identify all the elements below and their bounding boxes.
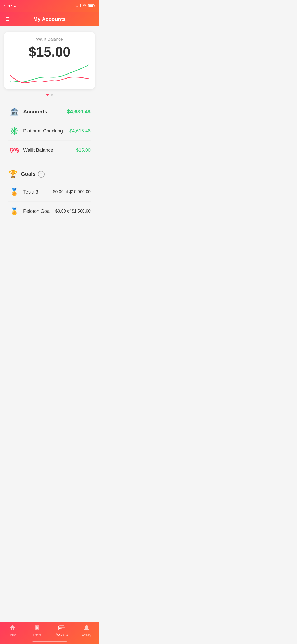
dot-1[interactable] xyxy=(46,94,49,96)
bank-icon: 🏦 xyxy=(8,106,20,117)
svg-rect-2 xyxy=(89,5,93,7)
status-left: 3:07 ▲ xyxy=(4,4,16,8)
status-right xyxy=(76,4,95,7)
snowflake-icon xyxy=(8,125,20,137)
location-icon: ▲ xyxy=(13,4,16,8)
dot-2[interactable] xyxy=(51,94,53,96)
accounts-section-label: Accounts xyxy=(23,109,67,115)
accounts-total-value: $4,630.48 xyxy=(67,109,91,115)
peloton-goal-value: $0.00 of $1,500.00 xyxy=(55,209,91,214)
peloton-medal-icon: 🏅 xyxy=(8,205,20,217)
balance-card-label: Wallit Balance xyxy=(10,37,89,42)
wallit-balance-row[interactable]: Wallit Balance $15.00 xyxy=(4,141,95,160)
add-goal-button[interactable]: + xyxy=(38,171,45,178)
accounts-section: 🏦 Accounts $4,630.48 xyxy=(4,98,95,160)
trophy-icon: 🏆 xyxy=(8,170,18,178)
goals-header-row: 🏆 Goals + xyxy=(4,166,95,182)
tesla-medal-icon: 🏅 xyxy=(8,186,20,198)
tesla-goal-value: $0.00 of $10,000.00 xyxy=(53,190,91,194)
tesla-goal-row[interactable]: 🏅 Tesla 3 $0.00 of $10,000.00 xyxy=(4,182,95,201)
platinum-checking-value: $4,615.48 xyxy=(69,128,91,134)
svg-rect-1 xyxy=(94,5,95,7)
wallit-balance-label: Wallit Balance xyxy=(23,148,76,153)
signal-icon xyxy=(76,4,81,7)
platinum-checking-label: Platinum Checking xyxy=(23,128,69,134)
carousel-dots xyxy=(4,94,95,96)
battery-icon xyxy=(88,4,95,7)
goals-section-label: Goals xyxy=(21,171,36,177)
bottom-spacer xyxy=(4,221,95,247)
app-header: ☰ My Accounts + xyxy=(0,12,99,26)
platinum-checking-row[interactable]: Platinum Checking $4,615.48 xyxy=(4,121,95,140)
accounts-header-row[interactable]: 🏦 Accounts $4,630.48 xyxy=(4,102,95,121)
wallit-balance-value: $15.00 xyxy=(76,148,91,153)
wallit-logo-icon xyxy=(8,144,20,156)
status-bar: 3:07 ▲ xyxy=(0,0,99,12)
tesla-goal-label: Tesla 3 xyxy=(23,189,53,195)
balance-card[interactable]: Wallit Balance $15.00 xyxy=(4,32,95,89)
page-title: My Accounts xyxy=(14,16,85,22)
wifi-icon xyxy=(82,4,87,7)
time-display: 3:07 xyxy=(4,4,12,8)
main-content: Wallit Balance $15.00 🏦 Accounts $4,630.… xyxy=(0,26,99,252)
add-account-button[interactable]: + xyxy=(85,16,94,22)
goals-section: 🏆 Goals + 🏅 Tesla 3 $0.00 of $10,000.00 … xyxy=(4,166,95,221)
menu-button[interactable]: ☰ xyxy=(5,16,14,22)
peloton-goal-label: Peloton Goal xyxy=(23,209,55,214)
peloton-goal-row[interactable]: 🏅 Peloton Goal $0.00 of $1,500.00 xyxy=(4,202,95,221)
balance-chart xyxy=(10,63,89,89)
balance-card-amount: $15.00 xyxy=(10,44,89,60)
